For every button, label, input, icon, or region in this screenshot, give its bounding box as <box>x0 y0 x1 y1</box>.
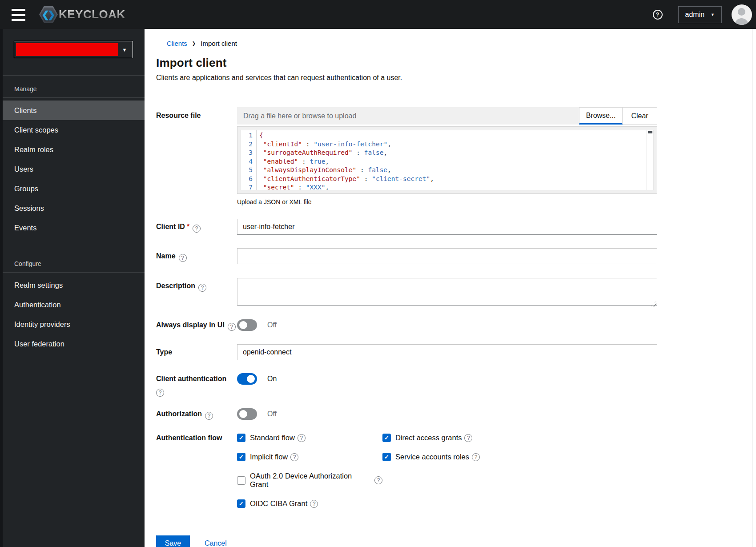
file-upload-input[interactable] <box>237 107 579 125</box>
checkbox-checked-icon[interactable]: ✓ <box>382 453 391 461</box>
checkbox-checked-icon[interactable]: ✓ <box>382 434 391 442</box>
breadcrumb-link-clients[interactable]: Clients <box>167 40 187 47</box>
page-scrollbar[interactable] <box>752 29 756 547</box>
breadcrumb: Clients ❯ Import client <box>167 40 756 47</box>
name-input[interactable] <box>237 248 657 264</box>
realm-name-redacted <box>16 43 118 56</box>
sidebar-item-label: User federation <box>14 340 64 348</box>
checkbox-checked-icon[interactable]: ✓ <box>237 434 245 442</box>
checkbox-checked-icon[interactable]: ✓ <box>237 499 245 508</box>
description-textarea[interactable] <box>237 278 657 306</box>
help-icon[interactable]: ? <box>290 453 298 461</box>
sidebar-item-user-federation[interactable]: User federation <box>0 334 145 354</box>
sidebar-item-label: Client scopes <box>14 126 58 134</box>
client-authentication-toggle[interactable] <box>237 373 257 385</box>
nav-group-manage: Manage ClientsClient scopesRealm rolesUs… <box>0 76 145 237</box>
realm-selector-dropdown[interactable]: ▼ <box>14 41 133 58</box>
configure-nav: Realm settingsAuthenticationIdentity pro… <box>0 275 145 354</box>
sidebar-item-groups[interactable]: Groups <box>0 179 145 198</box>
sidebar-item-label: Events <box>14 224 36 232</box>
nav-toggle-button[interactable] <box>12 9 26 21</box>
authorization-label: Authorization? <box>156 408 237 420</box>
cancel-link[interactable]: Cancel <box>205 539 227 547</box>
divider <box>0 97 145 98</box>
checkbox-service-accounts-roles[interactable]: ✓Service accounts roles? <box>382 453 480 461</box>
file-upload: Browse... Clear <box>237 107 657 125</box>
resource-file-label: Resource file <box>156 107 237 205</box>
sidebar-item-realm-settings[interactable]: Realm settings <box>0 275 145 295</box>
user-avatar[interactable] <box>732 4 752 25</box>
clear-button[interactable]: Clear <box>623 107 657 125</box>
sidebar-item-label: Groups <box>14 185 38 193</box>
code-lines[interactable]: { "clientId" : "user-info-fetcher", "sur… <box>256 130 647 190</box>
checkbox-oidc-ciba-grant[interactable]: ✓OIDC CIBA Grant? <box>237 499 382 508</box>
sidebar: ▼ Manage ClientsClient scopesRealm roles… <box>0 29 145 547</box>
checkbox-label: Service accounts roles <box>395 453 469 461</box>
help-icon[interactable]: ? <box>228 323 236 331</box>
checkbox-unchecked[interactable] <box>237 476 245 485</box>
authentication-flow-label: Authentication flow <box>156 434 237 508</box>
authorization-toggle[interactable] <box>237 408 257 420</box>
line-number: 3 <box>241 149 256 157</box>
upload-helper-text: Upload a JSON or XML file <box>237 198 657 205</box>
editor-scrollbar[interactable] <box>647 130 653 190</box>
help-icon[interactable]: ? <box>464 434 472 442</box>
help-icon[interactable]: ? <box>156 389 164 397</box>
help-icon[interactable]: ? <box>310 500 318 508</box>
chevron-right-icon: ❯ <box>192 41 196 46</box>
caret-down-icon: ▼ <box>118 47 131 52</box>
sidebar-item-events[interactable]: Events <box>0 218 145 237</box>
logo-chevron-right-icon: ❯ <box>48 10 56 19</box>
keycloak-admin-console: ❮ ❯ KEYCLOAK ? admin ▼ ▼ Manage Clients <box>0 0 756 547</box>
checkbox-label: Standard flow <box>250 434 295 442</box>
sidebar-item-clients[interactable]: Clients <box>0 101 145 120</box>
checkbox-checked-icon[interactable]: ✓ <box>237 453 245 461</box>
brand-text: KEYCLOAK <box>59 8 125 21</box>
toggle-knob <box>239 321 247 329</box>
help-icon[interactable]: ? <box>298 434 306 442</box>
help-icon[interactable]: ? <box>374 476 382 484</box>
sidebar-item-authentication[interactable]: Authentication <box>0 295 145 314</box>
code-editor[interactable]: 1234567 { "clientId" : "user-info-fetche… <box>237 126 657 194</box>
sidebar-item-label: Users <box>14 165 33 173</box>
sidebar-item-realm-roles[interactable]: Realm roles <box>0 140 145 159</box>
checkbox-standard-flow[interactable]: ✓Standard flow? <box>237 434 382 442</box>
scrollbar-thumb[interactable] <box>648 131 652 133</box>
sidebar-item-label: Authentication <box>14 301 61 309</box>
sidebar-item-label: Realm roles <box>14 145 53 154</box>
checkbox-oauth-2-0-device-authorization-grant[interactable]: OAuth 2.0 Device Authorization Grant? <box>237 472 382 489</box>
code-line: "clientAuthenticatorType" : "client-secr… <box>259 175 647 184</box>
keycloak-logo[interactable]: ❮ ❯ KEYCLOAK <box>39 6 125 23</box>
toggle-knob <box>239 410 247 418</box>
help-icon[interactable]: ? <box>193 225 201 233</box>
help-icon[interactable]: ? <box>472 453 480 461</box>
sidebar-item-identity-providers[interactable]: Identity providers <box>0 314 145 334</box>
client-id-input[interactable] <box>237 219 657 235</box>
sidebar-item-sessions[interactable]: Sessions <box>0 198 145 218</box>
description-label: Description? <box>156 278 237 307</box>
always-display-toggle[interactable] <box>237 319 257 331</box>
sidebar-item-client-scopes[interactable]: Client scopes <box>0 120 145 140</box>
help-icon[interactable]: ? <box>653 10 663 20</box>
help-icon[interactable]: ? <box>179 254 187 262</box>
manage-nav: ClientsClient scopesRealm rolesUsersGrou… <box>0 101 145 237</box>
type-input[interactable] <box>237 344 657 360</box>
name-label: Name? <box>156 248 237 264</box>
help-icon[interactable]: ? <box>205 412 213 420</box>
line-number: 1 <box>241 131 256 140</box>
help-icon[interactable]: ? <box>198 284 206 292</box>
client-id-label: Client ID*? <box>156 219 237 235</box>
line-number: 6 <box>241 175 256 184</box>
checkbox-direct-access-grants[interactable]: ✓Direct access grants? <box>382 434 472 442</box>
import-client-form: Resource file Browse... Clear 1234567 { … <box>156 95 756 547</box>
type-label: Type <box>156 344 237 360</box>
save-button[interactable]: Save <box>156 535 190 547</box>
user-menu-dropdown[interactable]: admin ▼ <box>678 6 722 23</box>
browse-button[interactable]: Browse... <box>579 107 623 125</box>
checkbox-implicit-flow[interactable]: ✓Implicit flow? <box>237 453 382 461</box>
line-number: 2 <box>241 140 256 149</box>
breadcrumb-current: Import client <box>201 40 237 47</box>
nav-group-title: Configure <box>0 250 145 272</box>
sidebar-item-users[interactable]: Users <box>0 159 145 179</box>
sidebar-item-label: Clients <box>14 106 36 115</box>
